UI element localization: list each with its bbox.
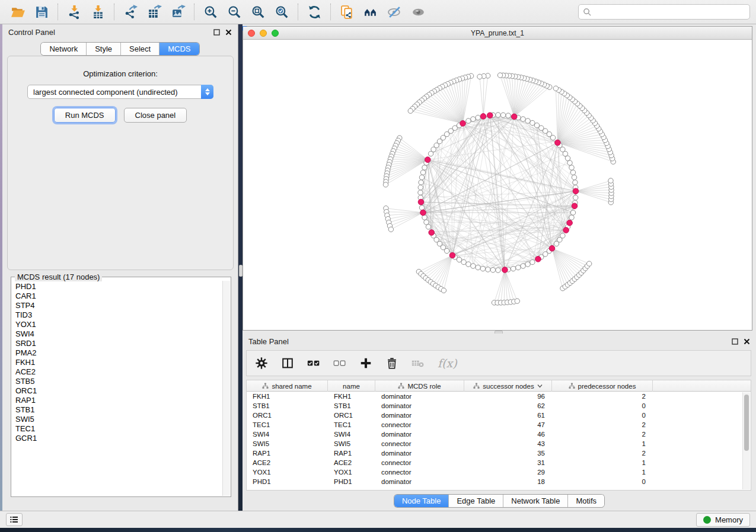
network-node[interactable] <box>569 165 574 170</box>
zoom-out-button[interactable] <box>222 2 246 22</box>
mcds-hub-node[interactable] <box>511 114 517 120</box>
mcds-result-item[interactable]: STB1 <box>15 405 222 415</box>
export-network-button[interactable] <box>119 2 142 22</box>
network-node[interactable] <box>530 120 535 125</box>
table-row[interactable]: SWI5SWI5connector431 <box>247 439 751 448</box>
network-node[interactable] <box>419 205 424 210</box>
mcds-hub-node[interactable] <box>429 230 435 236</box>
network-node[interactable] <box>461 259 466 264</box>
network-node[interactable] <box>471 117 476 121</box>
tab-select[interactable]: Select <box>121 43 160 55</box>
network-node[interactable] <box>383 182 388 187</box>
network-node[interactable] <box>570 170 575 175</box>
show-all-button[interactable] <box>406 2 430 22</box>
mcds-result-item[interactable]: PMA2 <box>15 348 222 358</box>
network-node[interactable] <box>530 259 535 264</box>
export-image-button[interactable] <box>166 2 190 22</box>
network-node[interactable] <box>471 264 476 268</box>
mcds-result-scrollbar[interactable] <box>222 281 230 496</box>
network-node[interactable] <box>426 225 430 229</box>
network-node[interactable] <box>515 299 519 303</box>
float-panel-icon[interactable] <box>732 338 738 345</box>
tab-style[interactable]: Style <box>87 43 121 55</box>
network-node[interactable] <box>500 113 505 117</box>
select-all-icon[interactable] <box>307 357 320 370</box>
mcds-result-item[interactable]: SRD1 <box>15 339 222 348</box>
mcds-hub-node[interactable] <box>535 257 541 262</box>
network-node[interactable] <box>422 165 427 170</box>
network-node[interactable] <box>424 220 429 225</box>
network-node[interactable] <box>506 113 511 118</box>
network-node[interactable] <box>573 195 578 200</box>
zoom-fit-button[interactable] <box>246 2 270 22</box>
memory-button[interactable]: Memory <box>696 513 750 527</box>
network-node[interactable] <box>525 118 530 123</box>
export-table-button[interactable] <box>142 2 166 22</box>
first-neighbors-button[interactable] <box>359 2 382 22</box>
table-scrollbar[interactable] <box>742 392 750 489</box>
mcds-hub-node[interactable] <box>555 140 561 146</box>
hide-selected-button[interactable] <box>382 2 406 22</box>
tab-mcds[interactable]: MCDS <box>160 43 199 55</box>
mcds-hub-node[interactable] <box>572 203 578 209</box>
mcds-result-item[interactable]: TEC1 <box>15 424 222 434</box>
mcds-hub-node[interactable] <box>487 113 493 118</box>
network-node[interactable] <box>587 261 592 266</box>
network-node[interactable] <box>466 118 471 123</box>
mcds-hub-node[interactable] <box>418 199 424 205</box>
zoom-selected-button[interactable] <box>270 2 294 22</box>
tab-motifs[interactable]: Motifs <box>568 495 604 507</box>
table-scrollbar-thumb[interactable] <box>744 395 749 451</box>
mcds-result-item[interactable]: SWI5 <box>15 415 222 424</box>
network-node[interactable] <box>466 262 471 267</box>
table-row[interactable]: PHD1PHD1dominator180 <box>247 477 751 486</box>
table-row[interactable]: RAP1RAP1dominator352 <box>247 448 751 458</box>
network-node[interactable] <box>428 151 433 156</box>
column-header-predecessor-nodes[interactable]: predecessor nodes <box>552 380 653 392</box>
import-table-button[interactable] <box>86 2 110 22</box>
mcds-hub-node[interactable] <box>549 245 555 251</box>
network-node[interactable] <box>567 161 572 165</box>
network-node[interactable] <box>476 115 480 120</box>
network-node[interactable] <box>516 265 521 270</box>
network-node[interactable] <box>521 117 525 121</box>
network-node[interactable] <box>525 262 530 267</box>
function-builder-icon[interactable]: f(x) <box>438 357 457 370</box>
column-visibility-icon[interactable] <box>281 357 294 370</box>
mcds-result-item[interactable]: STP4 <box>15 301 222 310</box>
save-button[interactable] <box>30 2 53 22</box>
network-node[interactable] <box>419 175 424 180</box>
clear-table-icon[interactable] <box>412 357 425 370</box>
table-settings-gear-icon[interactable] <box>255 357 268 370</box>
column-header-successor-nodes[interactable]: successor nodes <box>464 380 552 392</box>
table-row[interactable]: SWI4SWI4dominator462 <box>247 430 751 439</box>
delete-column-icon[interactable] <box>385 357 398 370</box>
task-history-button[interactable] <box>6 513 23 526</box>
network-node[interactable] <box>490 268 495 273</box>
mcds-result-item[interactable]: ACE2 <box>15 367 222 377</box>
network-node[interactable] <box>608 178 613 183</box>
mcds-hub-node[interactable] <box>563 227 569 233</box>
column-header-MCDS-role[interactable]: MCDS role <box>375 380 464 392</box>
mcds-hub-node[interactable] <box>460 121 466 127</box>
deselect-all-icon[interactable] <box>333 357 346 370</box>
column-header-name[interactable]: name <box>328 380 375 392</box>
network-canvas[interactable] <box>243 40 752 330</box>
mcds-hub-node[interactable] <box>573 188 579 194</box>
network-node[interactable] <box>570 210 575 215</box>
splitter-grip-vertical[interactable] <box>239 265 243 277</box>
mcds-hub-node[interactable] <box>502 267 508 273</box>
network-node[interactable] <box>444 248 449 253</box>
mcds-result-item[interactable]: PHD1 <box>15 282 222 291</box>
share-document-button[interactable] <box>335 2 359 22</box>
network-node[interactable] <box>553 86 558 91</box>
network-node[interactable] <box>419 180 423 185</box>
close-panel-icon[interactable] <box>744 338 750 345</box>
close-panel-icon[interactable] <box>225 29 232 36</box>
float-panel-icon[interactable] <box>213 29 220 36</box>
mcds-result-item[interactable]: TID3 <box>15 310 222 320</box>
network-node[interactable] <box>521 264 525 268</box>
criterion-dropdown[interactable]: largest connected component (undirected) <box>27 85 213 99</box>
tab-network-table[interactable]: Network Table <box>503 495 568 507</box>
network-node[interactable] <box>477 74 482 79</box>
